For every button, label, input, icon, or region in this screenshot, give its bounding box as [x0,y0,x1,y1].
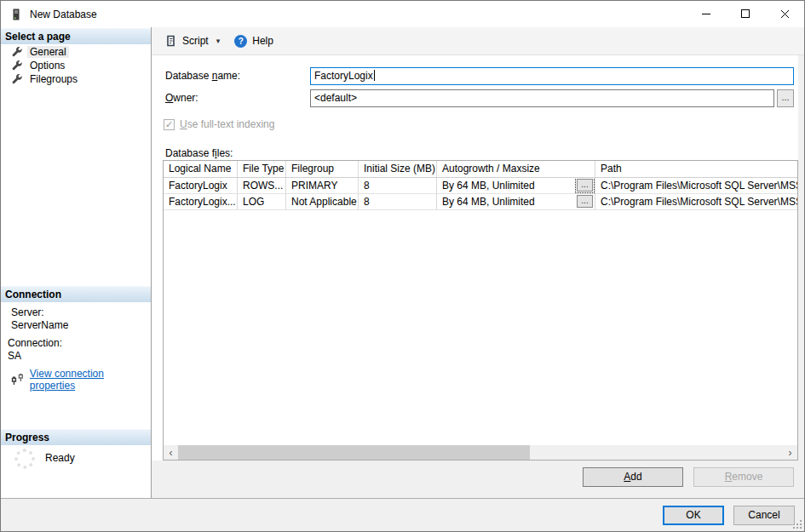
maximize-icon [741,9,750,18]
sidebar-item-label: Options [27,60,67,72]
cell-path[interactable]: C:\Program Files\Microsoft SQL Server\MS… [595,178,798,194]
script-label: Script [182,35,209,47]
connection-header: Connection [1,286,151,302]
cell-autogrowth[interactable]: By 64 MB, Unlimited ... [437,194,595,210]
grid-row-log-file[interactable]: FactoryLogix... LOG Not Applicable 8 By … [164,194,798,210]
close-icon [780,9,790,19]
remove-button[interactable]: Remove [693,467,794,487]
column-header-file-type[interactable]: File Type [238,161,286,178]
column-header-logical-name[interactable]: Logical Name [164,161,238,178]
database-files-grid: Logical Name File Type Filegroup Initial… [163,160,798,460]
sidebar-item-general[interactable]: General [1,45,151,59]
cell-file-type[interactable]: LOG [238,194,286,210]
sidebar: Select a page General Options Filegroups… [1,27,152,498]
column-header-autogrowth[interactable]: Autogrowth / Maxsize [437,161,595,178]
column-header-filegroup[interactable]: Filegroup [286,161,359,178]
view-connection-properties-link[interactable]: View connection properties [30,368,151,392]
titlebar[interactable]: New Database [1,1,804,27]
main-panel: Script ▾ ? Help Database name: FactoryLo… [152,27,805,498]
cell-initial-size[interactable]: 8 [359,194,437,210]
scroll-left-arrow[interactable]: ‹ [164,445,178,460]
server-label: Server: [11,306,151,319]
minimize-icon [702,14,710,14]
wrench-icon [12,60,22,71]
scroll-right-arrow[interactable]: › [783,445,797,460]
script-icon [165,35,177,47]
add-button[interactable]: Add [583,467,683,487]
cell-logical-name[interactable]: FactoryLogix... [164,194,238,210]
help-icon: ? [234,35,247,48]
column-header-path[interactable]: Path [595,161,798,178]
script-button[interactable]: Script [162,32,212,49]
server-value: ServerName [11,319,151,332]
cell-filegroup[interactable]: PRIMARY [286,178,359,194]
page-list: General Options Filegroups [1,45,151,86]
owner-input[interactable]: <default> [310,89,774,107]
progress-spinner-icon [14,449,35,469]
toolbar: Script ▾ ? Help [152,27,805,55]
script-dropdown-arrow[interactable]: ▾ [212,34,225,48]
wrench-icon [12,74,22,84]
checkmark-icon: ✓ [165,119,173,129]
owner-browse-button[interactable]: ... [777,89,794,107]
cell-logical-name[interactable]: FactoryLogix [164,178,238,194]
window-title: New Database [30,9,97,20]
autogrowth-browse-button[interactable]: ... [577,195,593,208]
cell-file-type[interactable]: ROWS... [238,178,286,194]
cell-initial-size[interactable]: 8 [359,178,437,194]
sidebar-item-label: General [27,46,69,58]
ok-button[interactable]: OK [663,506,724,525]
sidebar-item-filegroups[interactable]: Filegroups [1,72,151,86]
progress-header: Progress [1,429,151,445]
column-header-initial-size[interactable]: Initial Size (MB) [359,161,437,178]
fulltext-indexing-checkbox[interactable]: ✓ [164,119,175,130]
grid-header-row: Logical Name File Type Filegroup Initial… [164,161,798,178]
owner-label: Owner: [165,89,198,107]
progress-status: Ready [45,452,75,464]
sidebar-item-label: Filegroups [27,73,80,85]
autogrowth-browse-button[interactable]: ... [577,179,593,192]
database-name-label: Database name: [165,67,240,85]
scrollbar-thumb[interactable] [178,445,530,460]
horizontal-scrollbar[interactable]: ‹ › [164,445,797,460]
dialog-footer: OK Cancel [1,498,804,531]
cell-filegroup[interactable]: Not Applicable [286,194,359,210]
help-label: Help [252,35,273,47]
maximize-button[interactable] [726,1,765,26]
grid-row-data-file[interactable]: FactoryLogix ROWS... PRIMARY 8 By 64 MB,… [164,178,798,194]
fulltext-indexing-label: Use full-text indexing [180,116,274,134]
cell-autogrowth[interactable]: By 64 MB, Unlimited ... [437,178,595,194]
cell-path[interactable]: C:\Program Files\Microsoft SQL Server\MS… [595,194,798,210]
select-a-page-header: Select a page [1,28,151,44]
help-button[interactable]: ? Help [231,32,277,50]
database-name-input[interactable]: FactoryLogix [310,67,794,85]
database-window-icon [10,9,22,20]
wrench-icon [12,47,22,57]
new-database-dialog: New Database Select a page General Optio… [0,0,805,532]
minimize-button[interactable] [687,1,726,26]
cancel-button[interactable]: Cancel [733,506,795,525]
general-page-content: Database name: FactoryLogix Owner: <defa… [152,55,798,460]
text-cursor [374,70,375,81]
close-button[interactable] [765,1,804,26]
resize-grip[interactable] [792,519,802,529]
connection-label: Connection: [8,337,151,350]
sidebar-item-options[interactable]: Options [1,59,151,72]
connection-value: SA [8,350,151,363]
connection-properties-icon [11,374,26,386]
